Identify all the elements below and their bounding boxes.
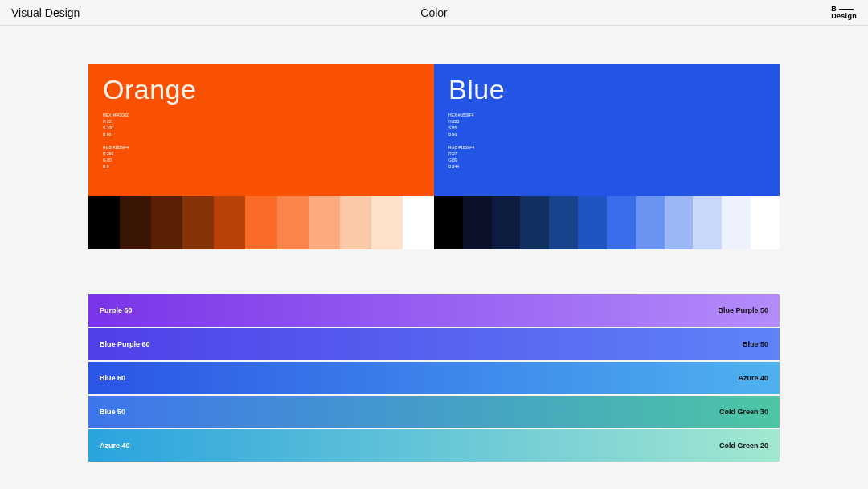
gradient-bar: Blue Purple 60Blue 50 bbox=[88, 328, 780, 360]
hex-label: HEX #FA5002 bbox=[103, 112, 420, 118]
logo: B Design bbox=[831, 6, 857, 20]
gradient-bar: Azure 40Cold Green 20 bbox=[88, 429, 780, 462]
hsb-b: B 96 bbox=[448, 131, 765, 138]
scale-step bbox=[403, 196, 434, 249]
scale-step bbox=[245, 196, 276, 249]
swatch-scale-blue bbox=[434, 196, 780, 249]
gradient-list: Purple 60Blue Purple 50Blue Purple 60Blu… bbox=[88, 294, 780, 462]
hsb-b: B 98 bbox=[103, 131, 420, 138]
swatch-title: Orange bbox=[103, 74, 420, 105]
rgb-g: G 80 bbox=[103, 157, 420, 163]
rgb-b: B 0 bbox=[103, 163, 420, 170]
swatch-orange: Orange HEX #FA5002 H 22 S 100 B 98 RGB #… bbox=[88, 64, 434, 249]
gradient-right-label: Azure 40 bbox=[738, 374, 768, 382]
swatch-main: Blue HEX #1859F4 H 223 S 85 B 96 RGB #18… bbox=[434, 64, 780, 196]
page-content: Orange HEX #FA5002 H 22 S 100 B 98 RGB #… bbox=[0, 26, 868, 479]
swatch-title: Blue bbox=[448, 74, 765, 105]
swatch-meta: HEX #1859F4 H 223 S 85 B 96 RGB #1859F4 … bbox=[448, 112, 765, 170]
swatch-meta: HEX #FA5002 H 22 S 100 B 98 RGB #1859F4 … bbox=[103, 112, 420, 170]
scale-step bbox=[463, 196, 492, 249]
scale-step bbox=[340, 196, 371, 249]
scale-step bbox=[214, 196, 245, 249]
scale-step bbox=[751, 196, 780, 249]
logo-bottom: Design bbox=[831, 13, 857, 20]
gradient-right-label: Cold Green 20 bbox=[719, 442, 768, 450]
hsb-s: S 100 bbox=[103, 125, 420, 131]
rgb-r: R 250 bbox=[103, 150, 420, 157]
scale-step bbox=[182, 196, 214, 249]
rgb-r: R 27 bbox=[448, 150, 765, 157]
scale-step bbox=[151, 196, 182, 249]
gradient-left-label: Purple 60 bbox=[100, 306, 133, 314]
scale-step bbox=[277, 196, 309, 249]
gradient-bar: Blue 60Azure 40 bbox=[88, 362, 780, 394]
top-bar: Visual Design Color B Design bbox=[0, 0, 868, 26]
scale-step bbox=[607, 196, 636, 249]
scale-step bbox=[549, 196, 578, 249]
rgb-g: G 89 bbox=[448, 157, 765, 163]
hsb-h: H 223 bbox=[448, 118, 765, 125]
gradient-bar: Purple 60Blue Purple 50 bbox=[88, 294, 780, 327]
swatch-row: Orange HEX #FA5002 H 22 S 100 B 98 RGB #… bbox=[88, 64, 780, 249]
gradient-left-label: Blue 60 bbox=[100, 374, 125, 382]
topbar-left-label: Visual Design bbox=[11, 6, 80, 19]
gradient-bar: Blue 50Cold Green 30 bbox=[88, 396, 780, 428]
rgb-b: B 244 bbox=[448, 163, 765, 170]
swatch-main: Orange HEX #FA5002 H 22 S 100 B 98 RGB #… bbox=[88, 64, 434, 196]
scale-step bbox=[492, 196, 521, 249]
hsb-h: H 22 bbox=[103, 118, 420, 125]
gradient-right-label: Blue 50 bbox=[743, 340, 768, 348]
scale-step bbox=[520, 196, 549, 249]
scale-step bbox=[88, 196, 120, 249]
hex-label: HEX #1859F4 bbox=[448, 112, 765, 118]
gradient-right-label: Blue Purple 50 bbox=[718, 306, 768, 314]
topbar-center-label: Color bbox=[420, 6, 447, 19]
swatch-blue: Blue HEX #1859F4 H 223 S 85 B 96 RGB #18… bbox=[434, 64, 780, 249]
scale-step bbox=[722, 196, 751, 249]
scale-step bbox=[578, 196, 607, 249]
scale-step bbox=[693, 196, 722, 249]
scale-step bbox=[120, 196, 151, 249]
scale-step bbox=[665, 196, 694, 249]
hsb-s: S 85 bbox=[448, 125, 765, 131]
gradient-left-label: Blue 50 bbox=[100, 408, 125, 416]
scale-step bbox=[309, 196, 340, 249]
scale-step bbox=[636, 196, 665, 249]
gradient-left-label: Blue Purple 60 bbox=[100, 340, 150, 348]
gradient-right-label: Cold Green 30 bbox=[719, 408, 768, 416]
swatch-scale-orange bbox=[88, 196, 434, 249]
scale-step bbox=[434, 196, 463, 249]
rgb-label: RGB #1859F4 bbox=[103, 144, 420, 150]
gradient-left-label: Azure 40 bbox=[100, 442, 130, 450]
scale-step bbox=[371, 196, 403, 249]
rgb-label: RGB #1859F4 bbox=[448, 144, 765, 150]
